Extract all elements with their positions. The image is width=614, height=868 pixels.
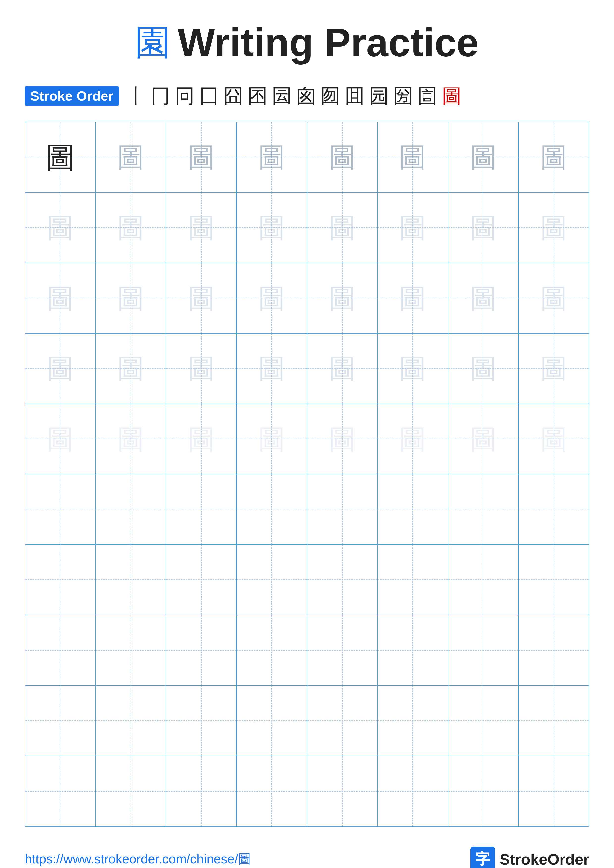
grid-cell-7-8[interactable] [519,545,589,615]
grid-cell-4-7[interactable]: 圖 [448,333,519,404]
practice-char: 圖 [47,285,74,312]
grid-cell-1-6[interactable]: 圖 [378,122,448,193]
grid-cell-2-3[interactable]: 圖 [166,193,237,263]
grid-cell-4-6[interactable]: 圖 [378,333,448,404]
grid-cell-9-8[interactable] [519,686,589,756]
grid-cell-10-7[interactable] [448,756,519,827]
grid-cell-7-5[interactable] [307,545,378,615]
grid-cell-8-6[interactable] [378,615,448,686]
grid-cell-5-7[interactable]: 圖 [448,404,519,474]
grid-cell-10-6[interactable] [378,756,448,827]
grid-cell-8-1[interactable] [25,615,96,686]
grid-cell-1-4[interactable]: 圖 [237,122,307,193]
practice-char: 圖 [540,144,567,171]
grid-cell-4-5[interactable]: 圖 [307,333,378,404]
grid-cell-4-2[interactable]: 圖 [96,333,166,404]
grid-cell-5-6[interactable]: 圖 [378,404,448,474]
grid-cell-2-6[interactable]: 圖 [378,193,448,263]
grid-cell-10-4[interactable] [237,756,307,827]
grid-cell-2-8[interactable]: 圖 [519,193,589,263]
grid-cell-8-5[interactable] [307,615,378,686]
grid-cell-5-1[interactable]: 圖 [25,404,96,474]
grid-cell-1-5[interactable]: 圖 [307,122,378,193]
grid-cell-6-3[interactable] [166,474,237,545]
header: 園 Writing Practice [25,20,589,65]
grid-cell-1-2[interactable]: 圖 [96,122,166,193]
grid-cell-3-4[interactable]: 圖 [237,263,307,333]
grid-cell-6-7[interactable] [448,474,519,545]
grid-cell-3-6[interactable]: 圖 [378,263,448,333]
grid-cell-10-1[interactable] [25,756,96,827]
grid-cell-10-2[interactable] [96,756,166,827]
grid-cell-7-6[interactable] [378,545,448,615]
grid-cell-2-1[interactable]: 圖 [25,193,96,263]
stroke-char-5: 囧 [224,85,243,107]
grid-cell-6-5[interactable] [307,474,378,545]
grid-cell-9-4[interactable] [237,686,307,756]
grid-cell-6-8[interactable] [519,474,589,545]
grid-cell-9-5[interactable] [307,686,378,756]
grid-cell-3-1[interactable]: 圖 [25,263,96,333]
practice-char: 圖 [258,425,285,453]
grid-cell-8-3[interactable] [166,615,237,686]
grid-cell-4-3[interactable]: 圖 [166,333,237,404]
practice-char: 圖 [188,425,215,453]
practice-char: 圖 [117,144,145,171]
grid-cell-2-7[interactable]: 圖 [448,193,519,263]
grid-cell-5-5[interactable]: 圖 [307,404,378,474]
practice-char: 圖 [329,144,356,171]
grid-cell-8-4[interactable] [237,615,307,686]
grid-cell-9-7[interactable] [448,686,519,756]
grid-cell-10-8[interactable] [519,756,589,827]
grid-cell-6-4[interactable] [237,474,307,545]
grid-cell-1-1[interactable]: 圖 [25,122,96,193]
grid-cell-5-2[interactable]: 圖 [96,404,166,474]
grid-cell-2-5[interactable]: 圖 [307,193,378,263]
practice-char: 圖 [117,285,145,312]
grid-cell-1-7[interactable]: 圖 [448,122,519,193]
footer-url[interactable]: https://www.strokeorder.com/chinese/圖 [25,851,251,868]
grid-cell-10-5[interactable] [307,756,378,827]
grid-cell-7-4[interactable] [237,545,307,615]
grid-cell-8-8[interactable] [519,615,589,686]
stroke-order-badge: Stroke Order [25,86,119,106]
grid-cell-8-2[interactable] [96,615,166,686]
grid-cell-4-4[interactable]: 圖 [237,333,307,404]
grid-cell-1-3[interactable]: 圖 [166,122,237,193]
grid-cell-3-3[interactable]: 圖 [166,263,237,333]
grid-cell-6-2[interactable] [96,474,166,545]
practice-char: 圖 [469,285,497,312]
grid-cell-5-4[interactable]: 圖 [237,404,307,474]
grid-cell-7-2[interactable] [96,545,166,615]
grid-cell-3-7[interactable]: 圖 [448,263,519,333]
grid-row-4: 圖 圖 圖 圖 圖 圖 圖 圖 [25,333,589,404]
stroke-char-13: 圁 [418,85,437,107]
grid-cell-2-4[interactable]: 圖 [237,193,307,263]
grid-cell-3-2[interactable]: 圖 [96,263,166,333]
grid-cell-4-1[interactable]: 圖 [25,333,96,404]
grid-cell-2-2[interactable]: 圖 [96,193,166,263]
practice-char: 圖 [540,285,567,312]
grid-cell-3-5[interactable]: 圖 [307,263,378,333]
grid-cell-7-7[interactable] [448,545,519,615]
grid-cell-9-2[interactable] [96,686,166,756]
practice-char: 圖 [117,355,145,382]
stroke-char-11: 园 [369,85,389,107]
grid-cell-6-6[interactable] [378,474,448,545]
grid-cell-6-1[interactable] [25,474,96,545]
grid-cell-1-8[interactable]: 圖 [519,122,589,193]
grid-cell-7-1[interactable] [25,545,96,615]
grid-row-3: 圖 圖 圖 圖 圖 圖 圖 圖 [25,263,589,333]
grid-cell-5-3[interactable]: 圖 [166,404,237,474]
grid-cell-4-8[interactable]: 圖 [519,333,589,404]
stroke-char-8: 囪 [296,85,316,107]
grid-cell-9-1[interactable] [25,686,96,756]
grid-cell-8-7[interactable] [448,615,519,686]
grid-cell-3-8[interactable]: 圖 [519,263,589,333]
practice-char: 圖 [188,144,215,171]
grid-cell-10-3[interactable] [166,756,237,827]
grid-cell-9-3[interactable] [166,686,237,756]
grid-cell-7-3[interactable] [166,545,237,615]
grid-cell-9-6[interactable] [378,686,448,756]
grid-cell-5-8[interactable]: 圖 [519,404,589,474]
